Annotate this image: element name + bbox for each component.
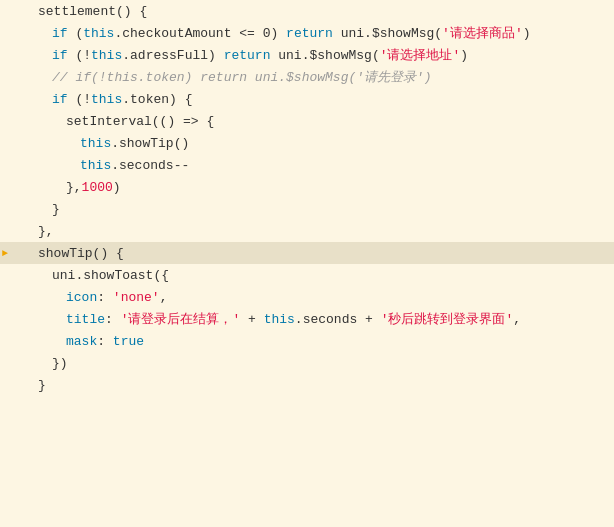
line-content: },1000) [30,180,614,195]
code-line: this.showTip() [0,132,614,154]
code-token: } [52,202,60,217]
code-token: uni.showToast({ [52,268,169,283]
code-token: this [264,312,295,327]
code-token: .seconds + [295,312,381,327]
code-token: showTip() { [38,246,124,261]
code-token: settlement() { [38,4,147,19]
code-token: setInterval(() => { [66,114,214,129]
line-content: // if(!this.token) return uni.$showMsg('… [30,68,614,86]
line-content: }) [30,356,614,371]
code-token: ( [68,26,84,41]
code-token: title [66,312,105,327]
code-token: if [52,92,68,107]
code-token: }, [66,180,82,195]
code-token: , [513,312,521,327]
line-content: setInterval(() => { [30,114,614,129]
code-token: true [113,334,144,349]
code-token: if [52,48,68,63]
code-token: icon [66,290,97,305]
code-token: ) [113,180,121,195]
code-token: .adressFull) [122,48,223,63]
code-token: : [97,290,113,305]
code-token: this [91,92,122,107]
line-content: this.seconds-- [30,158,614,173]
code-token: (! [68,48,91,63]
code-token: 'none' [113,290,160,305]
line-content: this.showTip() [30,136,614,151]
code-token: '请选择地址' [380,48,461,63]
code-token: : [97,334,113,349]
code-editor: settlement() {if (this.checkoutAmount <=… [0,0,614,527]
code-line: if (!this.token) { [0,88,614,110]
code-token: .token) { [122,92,192,107]
code-token: 1000 [82,180,113,195]
code-token: (! [68,92,91,107]
code-token: + [240,312,263,327]
code-token: .showTip() [111,136,189,151]
code-token: // if(!this.token) return uni.$showMsg('… [52,70,432,85]
code-token: this [91,48,122,63]
code-token: , [160,290,168,305]
line-content: if (this.checkoutAmount <= 0) return uni… [30,24,614,42]
code-token: this [80,158,111,173]
code-token: '请登录后在结算，' [121,312,241,327]
code-token: ) [523,26,531,41]
code-line: if (this.checkoutAmount <= 0) return uni… [0,22,614,44]
arrow-icon: ► [2,248,8,259]
code-line: mask: true [0,330,614,352]
code-line: },1000) [0,176,614,198]
code-line: ►showTip() { [0,242,614,264]
line-content: uni.showToast({ [30,268,614,283]
code-line: } [0,374,614,396]
code-line: setInterval(() => { [0,110,614,132]
code-line: }, [0,220,614,242]
line-content: showTip() { [30,246,614,261]
code-token: this [80,136,111,151]
code-token: '请选择商品' [442,26,523,41]
code-token: .seconds-- [111,158,189,173]
line-content: } [30,202,614,217]
line-content: icon: 'none', [30,290,614,305]
line-content: if (!this.adressFull) return uni.$showMs… [30,46,614,64]
code-token: .checkoutAmount <= 0) [114,26,286,41]
code-line: this.seconds-- [0,154,614,176]
line-content: settlement() { [30,4,614,19]
code-token: return [224,48,271,63]
line-content: title: '请登录后在结算，' + this.seconds + '秒后跳转… [30,310,614,328]
code-line: if (!this.adressFull) return uni.$showMs… [0,44,614,66]
line-content: if (!this.token) { [30,92,614,107]
code-line: } [0,198,614,220]
code-token: mask [66,334,97,349]
code-line: }) [0,352,614,374]
code-token: '秒后跳转到登录界面' [381,312,514,327]
code-line: uni.showToast({ [0,264,614,286]
code-token: ) [460,48,468,63]
code-line: title: '请登录后在结算，' + this.seconds + '秒后跳转… [0,308,614,330]
code-token: uni.$showMsg( [270,48,379,63]
code-token: uni.$showMsg( [333,26,442,41]
code-token: : [105,312,121,327]
code-line: icon: 'none', [0,286,614,308]
code-token: }) [52,356,68,371]
code-token: } [38,378,46,393]
line-content: }, [30,224,614,239]
code-token: return [286,26,333,41]
line-content: mask: true [30,334,614,349]
code-token: }, [38,224,54,239]
code-line: // if(!this.token) return uni.$showMsg('… [0,66,614,88]
code-token: if [52,26,68,41]
line-content: } [30,378,614,393]
code-token: this [83,26,114,41]
code-line: settlement() { [0,0,614,22]
